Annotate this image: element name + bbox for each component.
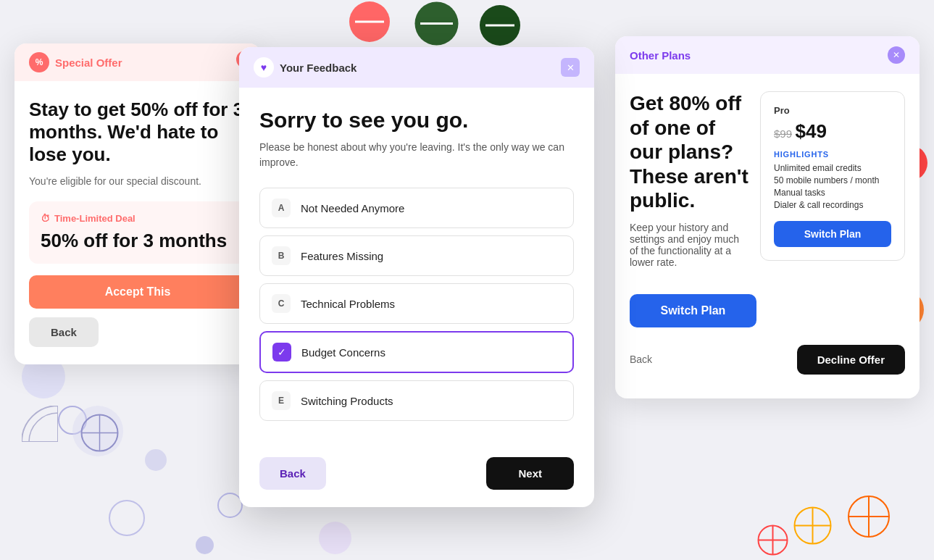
special-offer-body: Stay to get 50% off for 3 months. We'd h… bbox=[14, 81, 261, 364]
svg-point-14 bbox=[415, 2, 459, 46]
next-button[interactable]: Next bbox=[486, 457, 574, 490]
option-b-label: Features Missing bbox=[301, 250, 383, 262]
pricing-body: Pro $99 $49 HIGHLIGHTS Unlimited email c… bbox=[615, 74, 920, 345]
back-button-feedback[interactable]: Back bbox=[259, 457, 326, 490]
pricing-card: Other Plans ✕ Pro $99 $49 HIGHLIGHTS Unl… bbox=[615, 36, 920, 398]
option-c-label: Technical Problems bbox=[301, 298, 395, 310]
feedback-footer: Back Next bbox=[239, 446, 594, 507]
decline-offer-button[interactable]: Decline Offer bbox=[797, 345, 905, 375]
svg-point-16 bbox=[480, 5, 520, 46]
feedback-header-left: ♥ Your Feedback bbox=[254, 57, 356, 78]
option-e[interactable]: E Switching Products bbox=[259, 380, 574, 421]
option-c-key: C bbox=[272, 294, 291, 313]
pro-price-old: $99 bbox=[774, 128, 792, 140]
heart-icon: ♥ bbox=[254, 57, 274, 78]
feedback-body: Sorry to see you go. Please be honest ab… bbox=[239, 88, 594, 446]
option-e-key: E bbox=[272, 391, 291, 410]
switch-plan-button-pro[interactable]: Switch Plan bbox=[774, 221, 891, 247]
option-c[interactable]: C Technical Problems bbox=[259, 283, 574, 324]
back-button-left[interactable]: Back bbox=[29, 317, 99, 347]
pro-price-new: $49 bbox=[795, 120, 826, 142]
svg-point-6 bbox=[795, 508, 831, 544]
pro-label: Pro bbox=[774, 105, 891, 116]
option-d-check: ✓ bbox=[272, 343, 291, 362]
main-switch-plan-button[interactable]: Switch Plan bbox=[630, 294, 756, 327]
highlight-2: 50 mobile numbers / month bbox=[774, 175, 891, 185]
highlight-3: Manual tasks bbox=[774, 188, 891, 198]
option-e-label: Switching Products bbox=[301, 395, 393, 407]
svg-point-3 bbox=[848, 496, 889, 537]
feedback-subtitle: Please be honest about why you're leavin… bbox=[259, 140, 574, 170]
special-offer-card: % Special Offer ✕ Stay to get 50% off fo… bbox=[14, 43, 261, 364]
feedback-modal: ♥ Your Feedback ✕ Sorry to see you go. P… bbox=[239, 47, 594, 507]
special-offer-header: % Special Offer ✕ bbox=[14, 43, 261, 81]
pricing-close-button[interactable]: ✕ bbox=[888, 46, 905, 64]
option-a-label: Not Needed Anymore bbox=[301, 202, 404, 214]
svg-point-12 bbox=[349, 1, 390, 42]
time-limited-label: ⏱ Time-Limited Deal bbox=[41, 213, 235, 224]
option-a[interactable]: A Not Needed Anymore bbox=[259, 188, 574, 228]
special-offer-subtitle: You're eligible for our special discount… bbox=[29, 175, 246, 187]
accept-button[interactable]: Accept This bbox=[29, 275, 246, 309]
time-limited-price: 50% off for 3 months bbox=[41, 230, 235, 252]
option-d-label: Budget Concerns bbox=[301, 346, 385, 359]
feedback-title: Sorry to see you go. bbox=[259, 108, 574, 133]
option-b-key: B bbox=[272, 246, 291, 265]
highlight-4: Dialer & call recordings bbox=[774, 200, 891, 210]
feedback-modal-header: ♥ Your Feedback ✕ bbox=[239, 47, 594, 88]
special-offer-headline: Stay to get 50% off for 3 months. We'd h… bbox=[29, 99, 246, 167]
pro-price: $99 $49 bbox=[774, 120, 891, 143]
svg-point-9 bbox=[759, 526, 788, 555]
pro-pricing-box: Pro $99 $49 HIGHLIGHTS Unlimited email c… bbox=[760, 91, 905, 261]
option-d[interactable]: ✓ Budget Concerns bbox=[259, 331, 574, 373]
feedback-close-button[interactable]: ✕ bbox=[561, 58, 580, 77]
pricing-back-label: Back bbox=[630, 354, 652, 365]
time-limited-box: ⏱ Time-Limited Deal 50% off for 3 months bbox=[29, 201, 246, 264]
clock-icon: ⏱ bbox=[41, 213, 50, 224]
feedback-header-title: Your Feedback bbox=[280, 62, 356, 74]
pricing-header: Other Plans ✕ bbox=[615, 36, 920, 74]
highlights-label: HIGHLIGHTS bbox=[774, 150, 891, 159]
svg-point-0 bbox=[82, 415, 118, 451]
pricing-header-title: Other Plans bbox=[630, 49, 691, 62]
discount-badge: % bbox=[29, 52, 49, 72]
special-offer-title: Special Offer bbox=[55, 57, 122, 69]
option-b[interactable]: B Features Missing bbox=[259, 235, 574, 276]
highlight-1: Unlimited email credits bbox=[774, 163, 891, 173]
option-a-key: A bbox=[272, 198, 291, 217]
